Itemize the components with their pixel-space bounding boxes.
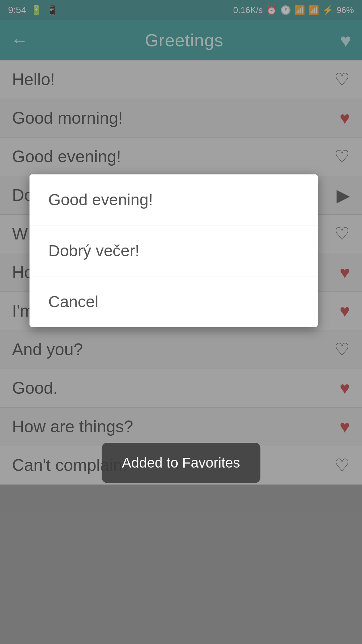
context-menu: Good evening!Dobrý večer!Cancel — [29, 174, 318, 327]
context-menu-item-option-dobry-vecer[interactable]: Dobrý večer! — [29, 225, 318, 276]
toast-message: Added to Favorites — [122, 455, 240, 471]
context-menu-item-option-cancel[interactable]: Cancel — [29, 276, 318, 327]
toast-notification: Added to Favorites — [102, 443, 260, 483]
context-menu-item-option-good-evening[interactable]: Good evening! — [29, 174, 318, 225]
